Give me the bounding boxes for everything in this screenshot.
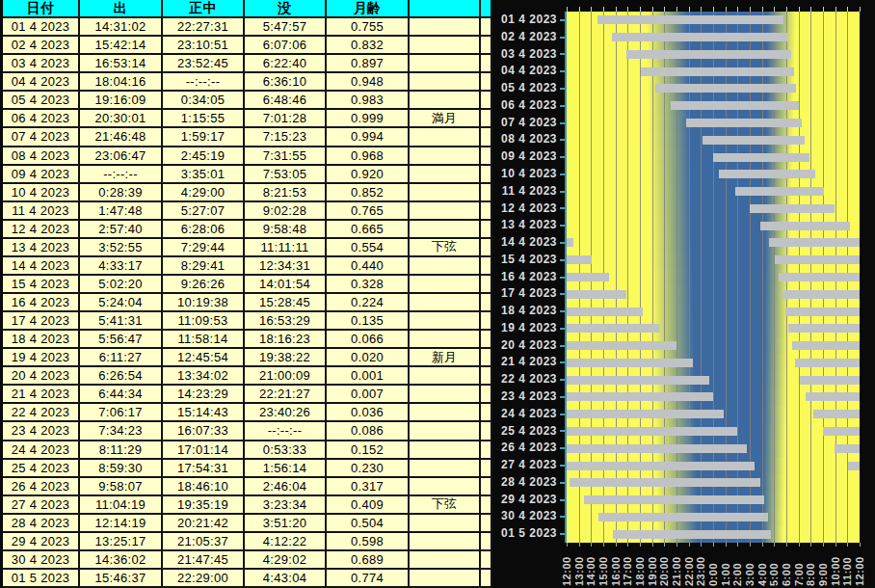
cell-date: 13 4 2023 bbox=[3, 239, 80, 257]
cell-set: 4:12:22 bbox=[245, 533, 327, 551]
cell-phase bbox=[410, 331, 481, 349]
cell-age: 0.920 bbox=[327, 166, 410, 184]
moon-up-bar bbox=[779, 273, 860, 281]
moon-up-bar bbox=[813, 410, 860, 418]
table-row: 25 4 20238:59:3017:54:311:56:140.230 bbox=[3, 460, 492, 478]
chart-time-label: 13:00 bbox=[573, 544, 585, 586]
cell-date: 15 4 2023 bbox=[3, 276, 80, 294]
cell-age: 0.994 bbox=[327, 128, 410, 147]
cell-transit: 23:52:45 bbox=[163, 55, 245, 73]
cell-phase bbox=[410, 478, 481, 496]
cell-clipped bbox=[481, 184, 492, 202]
table-row: 21 4 20236:44:3414:23:2922:21:270.007 bbox=[3, 386, 492, 404]
moon-up-bar bbox=[769, 238, 860, 247]
cell-rise: 5:24:04 bbox=[80, 294, 163, 312]
header-transit: 正中 bbox=[163, 0, 245, 18]
moon-up-bar bbox=[584, 495, 764, 504]
cell-date: 24 4 2023 bbox=[3, 441, 80, 460]
chart-date-label: 09 4 2023 bbox=[492, 148, 557, 166]
cell-age: 0.598 bbox=[327, 533, 410, 551]
table-row: 14 4 20234:33:178:29:4112:34:310.440 bbox=[3, 257, 492, 276]
cell-clipped bbox=[481, 460, 492, 478]
cell-age: 0.774 bbox=[327, 570, 410, 588]
cell-clipped bbox=[481, 570, 492, 588]
cell-set: 23:40:26 bbox=[245, 404, 327, 422]
cell-transit: 11:09:53 bbox=[163, 312, 245, 331]
header-date: 日付 bbox=[3, 0, 80, 18]
cell-clipped bbox=[481, 128, 492, 147]
moon-up-bar bbox=[795, 359, 860, 367]
chart-time-label: 23:00 bbox=[695, 544, 706, 586]
chart-date-label: 03 4 2023 bbox=[492, 46, 557, 64]
cell-set: 3:51:20 bbox=[245, 515, 327, 533]
cell-clipped bbox=[481, 73, 492, 92]
cell-clipped bbox=[481, 276, 492, 294]
cell-set: 22:21:27 bbox=[245, 386, 327, 404]
cell-date: 06 4 2023 bbox=[3, 110, 80, 128]
chart-time-label: 8:00 bbox=[805, 544, 816, 586]
cell-phase bbox=[410, 257, 481, 276]
cell-phase bbox=[410, 460, 481, 478]
cell-date: 23 4 2023 bbox=[3, 422, 80, 441]
cell-transit: 9:26:26 bbox=[163, 276, 245, 294]
cell-phase bbox=[410, 294, 481, 312]
cell-rise: 5:56:47 bbox=[80, 331, 163, 349]
chart-date-label: 15 4 2023 bbox=[492, 252, 557, 269]
cell-transit: --:--:-- bbox=[163, 73, 245, 92]
cell-date: 25 4 2023 bbox=[3, 460, 80, 478]
table-row: 26 4 20239:58:0718:46:102:46:040.317 bbox=[3, 478, 492, 496]
cell-age: 0.001 bbox=[327, 367, 410, 386]
moon-up-bar bbox=[785, 307, 860, 316]
cell-phase bbox=[410, 404, 481, 422]
cell-age: 0.897 bbox=[327, 55, 410, 73]
cell-clipped bbox=[481, 92, 492, 110]
table-row: 19 4 20236:11:2712:45:5419:38:220.020新月 bbox=[3, 349, 492, 367]
moon-table: 日付 出 正中 没 月齢 01 4 202314:31:0222:27:315:… bbox=[0, 0, 492, 588]
moon-up-bar bbox=[567, 462, 755, 470]
cell-rise: 7:34:23 bbox=[80, 422, 163, 441]
chart-date-label: 25 4 2023 bbox=[492, 423, 557, 441]
cell-date: 10 4 2023 bbox=[3, 184, 80, 202]
cell-rise: --:--:-- bbox=[80, 166, 163, 184]
chart-date-label: 30 4 2023 bbox=[492, 508, 557, 525]
table-row: 13 4 20233:52:557:29:4411:11:110.554下弦 bbox=[3, 239, 492, 257]
table-row: 28 4 202312:14:1920:21:423:51:200.504 bbox=[3, 515, 492, 533]
moon-up-bar bbox=[686, 119, 802, 127]
cell-rise: 5:02:20 bbox=[80, 276, 163, 294]
cell-date: 27 4 2023 bbox=[3, 496, 80, 515]
cell-age: 0.755 bbox=[327, 18, 410, 37]
table-row: 01 5 202315:46:3722:29:004:43:040.774 bbox=[3, 570, 492, 588]
moon-up-bar bbox=[703, 136, 806, 145]
hour-tick-top bbox=[567, 7, 568, 12]
cell-set: 4:43:04 bbox=[245, 570, 327, 588]
cell-clipped bbox=[481, 221, 492, 239]
cell-phase bbox=[410, 276, 481, 294]
cell-transit: 15:14:43 bbox=[163, 404, 245, 422]
cell-rise: 19:16:09 bbox=[80, 92, 163, 110]
cell-transit: 17:01:14 bbox=[163, 441, 245, 460]
table-row: 12 4 20232:57:406:28:069:58:480.665 bbox=[3, 221, 492, 239]
moon-up-bar bbox=[567, 444, 747, 453]
cell-set: 21:00:09 bbox=[245, 367, 327, 386]
cell-clipped bbox=[481, 257, 492, 276]
cell-date: 07 4 2023 bbox=[3, 128, 80, 147]
chart-date-label: 28 4 2023 bbox=[492, 474, 557, 492]
table-row: 15 4 20235:02:209:26:2614:01:540.328 bbox=[3, 276, 492, 294]
cell-transit: 19:35:19 bbox=[163, 496, 245, 515]
cell-age: 0.554 bbox=[327, 239, 410, 257]
cell-set: 6:22:40 bbox=[245, 55, 327, 73]
chart-time-label: 7:00 bbox=[793, 544, 805, 586]
table-row: 03 4 202316:53:1423:52:456:22:400.897 bbox=[3, 55, 492, 73]
cell-date: 20 4 2023 bbox=[3, 367, 80, 386]
table-row: 17 4 20235:41:3111:09:5316:53:290.135 bbox=[3, 312, 492, 331]
cell-clipped bbox=[481, 441, 492, 460]
cell-clipped bbox=[481, 349, 492, 367]
cell-clipped bbox=[481, 55, 492, 73]
moon-up-bar bbox=[567, 324, 660, 333]
cell-set: 5:47:57 bbox=[245, 18, 327, 37]
cell-date: 14 4 2023 bbox=[3, 257, 80, 276]
cell-clipped bbox=[481, 239, 492, 257]
cell-transit: 23:10:51 bbox=[163, 37, 245, 55]
moon-up-bar bbox=[567, 341, 676, 350]
table-row: 01 4 202314:31:0222:27:315:47:570.755 bbox=[3, 18, 492, 37]
